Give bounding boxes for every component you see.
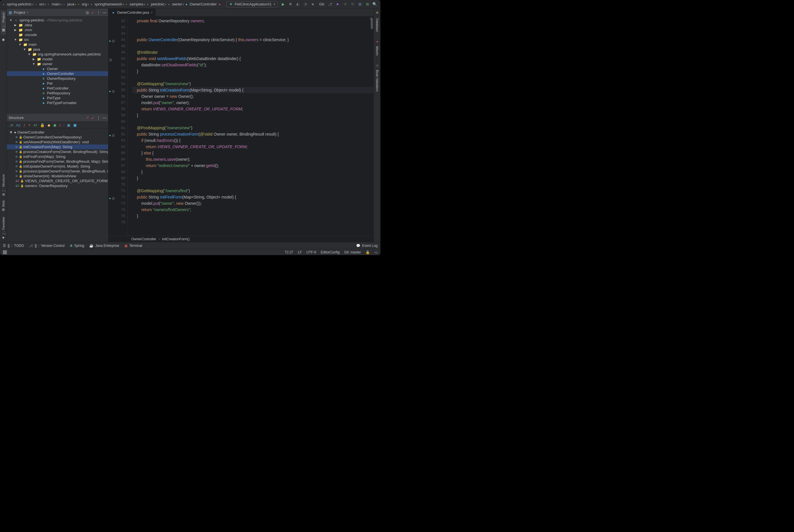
tree-node[interactable]: ●Owner bbox=[7, 66, 108, 71]
minimize-icon[interactable]: — bbox=[103, 116, 107, 120]
breadcrumb-item[interactable]: ▪src bbox=[34, 2, 44, 6]
close-tab-icon[interactable]: × bbox=[151, 11, 153, 15]
box-icon[interactable]: ▣ bbox=[67, 123, 70, 127]
editor-breadcrumb[interactable]: OwnerController › initCreationForm() bbox=[108, 236, 374, 242]
tree-node[interactable]: ●Pet bbox=[7, 81, 108, 86]
readonly-icon[interactable]: 🔓 bbox=[365, 250, 370, 254]
tree-node[interactable]: ●PetType bbox=[7, 96, 108, 100]
bottom-tool-button[interactable]: ☰6: TODO bbox=[3, 244, 24, 248]
structure-member[interactable]: ≡ 🔒 processCreationForm(Owner, BindingRe… bbox=[7, 149, 108, 154]
tool-windows-icon[interactable] bbox=[3, 250, 7, 254]
diamond-icon[interactable]: ◆ bbox=[48, 123, 50, 127]
editor-code[interactable]: private final OwnerRepository owners; pu… bbox=[128, 17, 374, 236]
cursor-position[interactable]: 72:27 bbox=[285, 250, 293, 254]
breadcrumb-item[interactable]: ●OwnerController bbox=[185, 2, 217, 6]
minimize-icon[interactable]: — bbox=[103, 10, 107, 15]
project-view-selector[interactable]: ▦ Project ▾ bbox=[8, 10, 84, 15]
line-separator[interactable]: LF bbox=[298, 250, 302, 254]
update-icon[interactable]: ↺ bbox=[343, 2, 347, 6]
editor-gutter[interactable]: 424344● @454849 @5051525354● @5556575859… bbox=[108, 17, 128, 236]
run-configuration-selector[interactable]: ❀ PetClinicApplication#1 ▾ bbox=[226, 1, 278, 7]
show-fields-icon[interactable]: ƒ bbox=[23, 123, 25, 127]
bean-validation-icon[interactable]: ◎ bbox=[376, 63, 379, 68]
settings-icon[interactable]: ⋮ bbox=[97, 10, 100, 15]
tree-node[interactable]: ▼▪spring-petclinic ~/Sites/spring-petcli… bbox=[7, 18, 108, 23]
toolbox-icon[interactable]: ⧉ bbox=[365, 2, 370, 6]
tree-node[interactable]: ▶📁.idea bbox=[7, 23, 108, 27]
bottom-tool-button[interactable]: ▣Terminal bbox=[125, 244, 142, 248]
bottom-tool-button[interactable]: ❀Spring bbox=[70, 244, 84, 248]
database-tool-button[interactable]: Database bbox=[375, 16, 380, 34]
breadcrumb-item[interactable]: ▪java bbox=[62, 2, 74, 6]
search-everywhere-icon[interactable]: 🔍 bbox=[373, 2, 377, 6]
lock-icon[interactable]: 🔒 bbox=[40, 123, 44, 127]
profile-button[interactable]: ◔ bbox=[303, 2, 308, 6]
database-icon[interactable]: ≡ bbox=[376, 10, 378, 15]
show-methods-icon[interactable]: ≡ bbox=[28, 123, 31, 127]
structure-member[interactable]: ≡ 🔒 processFindForm(Owner, BindingResult… bbox=[7, 159, 108, 164]
project-tree[interactable]: ▼▪spring-petclinic ~/Sites/spring-petcli… bbox=[7, 17, 108, 114]
tree-node[interactable]: ▼📁src bbox=[7, 37, 108, 42]
tool-window-button[interactable]: ≣7: Structure bbox=[1, 172, 6, 198]
breadcrumb-item[interactable]: ▪org bbox=[76, 2, 87, 6]
tool-window-button[interactable]: ▦1: Project bbox=[1, 10, 6, 35]
tree-node[interactable]: ▼📁org.springframework.samples.petclinic bbox=[7, 52, 108, 57]
coverage-button[interactable]: ◐ bbox=[296, 2, 300, 6]
tag-icon[interactable]: 🏷 bbox=[34, 123, 37, 127]
box2-icon[interactable]: ▣ bbox=[73, 123, 77, 127]
breadcrumb-item[interactable]: ▪springframework bbox=[90, 2, 122, 6]
bean-validation-tool-button[interactable]: Bean Validation bbox=[375, 68, 380, 94]
collapse-icon[interactable]: ↙ bbox=[91, 116, 94, 120]
tree-node[interactable]: ▶📁.mvn bbox=[7, 27, 108, 32]
structure-member[interactable]: ≡ 🔒 initFindForm(Map): String bbox=[7, 154, 108, 159]
bottom-tool-button[interactable]: ⎇9: Version Control bbox=[29, 244, 64, 248]
tree-node[interactable]: ▼📁java bbox=[7, 47, 108, 52]
git-branch[interactable]: Git: master bbox=[344, 250, 361, 254]
stop-button[interactable]: ■ bbox=[310, 2, 315, 6]
commit-icon[interactable]: ➤ bbox=[335, 2, 340, 6]
tree-node[interactable]: ▶📁model bbox=[7, 57, 108, 61]
breadcrumb-item[interactable]: ▪samples bbox=[125, 2, 143, 6]
structure-member[interactable]: 🏷 🔒 VIEWS_OWNER_CREATE_OR_UPDATE_FORM: S… bbox=[7, 178, 108, 183]
file-encoding[interactable]: UTF-8 bbox=[306, 250, 316, 254]
tree-node[interactable]: ≡OwnerRepository bbox=[7, 76, 108, 81]
bottom-tool-button[interactable]: ☕Java Enterprise bbox=[89, 244, 119, 248]
tree-node[interactable]: ●OwnerController bbox=[7, 71, 108, 76]
breadcrumb-item[interactable]: ▪main bbox=[46, 2, 60, 6]
tree-node[interactable]: ≡PetRepository bbox=[7, 91, 108, 96]
breadcrumb-item[interactable]: ▪spring-petclinic bbox=[2, 2, 32, 6]
breadcrumb-item[interactable]: ▪petclinic bbox=[146, 2, 165, 6]
structure-class[interactable]: ▼●OwnerController bbox=[7, 130, 108, 135]
run-button[interactable]: ▶ bbox=[281, 2, 285, 6]
branch-icon[interactable]: ⎇ bbox=[328, 2, 332, 6]
breadcrumb-item[interactable]: ▪owner bbox=[167, 2, 182, 6]
settings-icon[interactable]: ⋮ bbox=[97, 116, 100, 120]
event-log-button[interactable]: 💬 Event Log bbox=[356, 244, 378, 248]
maven-icon[interactable]: ▾ bbox=[376, 40, 378, 44]
tree-node[interactable]: ●PetController bbox=[7, 86, 108, 91]
circle-icon[interactable]: ◉ bbox=[53, 123, 56, 127]
tree-node[interactable]: ▼📁main bbox=[7, 42, 108, 47]
target-icon[interactable]: ◎ bbox=[86, 10, 89, 15]
structure-member[interactable]: ≡ 🔒 OwnerController(OwnerRepository) bbox=[7, 135, 108, 139]
tree-node[interactable]: ▼📁owner bbox=[7, 61, 108, 66]
tool-window-button[interactable]: ★2: Favorites bbox=[1, 214, 6, 242]
editor-body[interactable]: 424344● @454849 @5051525354● @5556575859… bbox=[108, 17, 374, 236]
memory-indicator-icon[interactable]: ▭ bbox=[374, 250, 378, 254]
structure-member[interactable]: ≡ 🔒 setAllowedFields(WebDataBinder): voi… bbox=[7, 139, 108, 145]
structure-member[interactable]: ≡ 🔒 initUpdateOwnerForm(int, Model): Str… bbox=[7, 164, 108, 169]
collapse-icon[interactable]: ↙ bbox=[91, 10, 94, 15]
editor-scrollbar[interactable] bbox=[371, 18, 373, 29]
tool-window-button[interactable]: ◍Web bbox=[1, 198, 6, 214]
structure-member[interactable]: ≡ 🔒 initCreationForm(Map): String bbox=[7, 145, 108, 149]
sort-icon[interactable]: ↓≡ bbox=[9, 123, 13, 127]
tree-node[interactable]: 📁.vscode bbox=[7, 32, 108, 37]
sort-alpha-icon[interactable]: Aᴢ bbox=[16, 123, 21, 127]
structure-member[interactable]: ≡ 🔒 processUpdateOwnerForm(Owner, Bindin… bbox=[7, 169, 108, 174]
editorconfig-indicator[interactable]: EditorConfig bbox=[321, 250, 340, 254]
ide-settings-icon[interactable]: ⊞ bbox=[358, 2, 362, 6]
maven-tool-button[interactable]: Maven bbox=[375, 44, 380, 58]
tree-node[interactable]: ●PetTypeFormatter bbox=[7, 100, 108, 105]
editor-tab[interactable]: ● OwnerController.java × bbox=[108, 8, 156, 16]
expand-icon[interactable]: ↗ bbox=[86, 116, 89, 120]
